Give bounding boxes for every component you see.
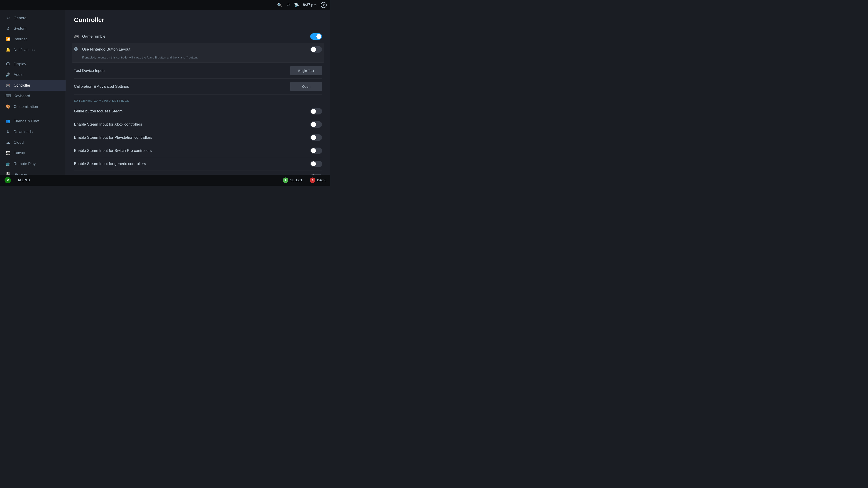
sidebar-item-notifications[interactable]: 🔔 Notifications — [0, 44, 66, 55]
game-rumble-icon: 🎮 — [74, 34, 82, 39]
game-rumble-toggle-knob — [316, 34, 321, 39]
sidebar: ⚙ General 🖥 System 📶 Internet 🔔 Notifica… — [0, 10, 66, 186]
select-button-icon[interactable]: A — [283, 177, 288, 183]
setting-row-calibration: Calibration & Advanced Settings Open — [74, 79, 322, 95]
sidebar-label-system: System — [13, 26, 27, 31]
sidebar-item-display[interactable]: 🖵 Display — [0, 59, 66, 69]
ps-input-toggle-knob — [311, 135, 316, 140]
ps-input-toggle[interactable] — [310, 134, 322, 141]
xbox-input-toggle[interactable] — [310, 121, 322, 128]
nintendo-icon: 🅐 — [74, 47, 82, 52]
sidebar-label-family: Family — [13, 151, 25, 156]
search-icon[interactable]: 🔍 — [277, 2, 282, 7]
sidebar-label-notifications: Notifications — [13, 47, 35, 52]
setting-row-generic-input: Enable Steam Input for generic controlle… — [74, 157, 322, 170]
sidebar-divider-1 — [5, 57, 60, 57]
friends-icon: 👥 — [5, 119, 10, 124]
sidebar-item-audio[interactable]: 🔊 Audio — [0, 69, 66, 80]
sidebar-item-friends[interactable]: 👥 Friends & Chat — [0, 116, 66, 127]
notifications-icon: 🔔 — [5, 47, 10, 52]
sidebar-item-downloads[interactable]: ⬇ Downloads — [0, 127, 66, 137]
controller-icon: 🎮 — [5, 83, 10, 88]
topbar-time: 8:37 pm — [303, 3, 317, 7]
sidebar-item-cloud[interactable]: ☁ Cloud — [0, 137, 66, 148]
family-icon: 👨‍👩‍👧 — [5, 151, 10, 156]
sidebar-label-controller: Controller — [13, 83, 30, 88]
bottombar: ✕ MENU A SELECT B BACK — [0, 175, 330, 186]
setting-row-switch-input: Enable Steam Input for Switch Pro contro… — [74, 144, 322, 157]
sidebar-label-display: Display — [13, 62, 26, 66]
open-calibration-button[interactable]: Open — [290, 82, 322, 91]
sidebar-item-keyboard[interactable]: ⌨ Keyboard — [0, 91, 66, 101]
setting-row-nintendo-layout: 🅐 Use Nintendo Button Layout If enabled,… — [72, 43, 324, 63]
nintendo-layout-label: Use Nintendo Button Layout — [82, 47, 310, 52]
sidebar-item-customization[interactable]: 🎨 Customization — [0, 101, 66, 112]
internet-icon: 📶 — [5, 37, 10, 41]
remoteplay-icon: 📺 — [5, 161, 10, 166]
downloads-icon: ⬇ — [5, 129, 10, 134]
xbox-logo-icon: ✕ — [4, 177, 11, 183]
game-rumble-toggle[interactable] — [310, 33, 322, 40]
guide-button-label: Guide button focuses Steam — [74, 109, 310, 113]
setting-row-xbox-input: Enable Steam Input for Xbox controllers — [74, 118, 322, 131]
guide-button-toggle[interactable] — [310, 108, 322, 115]
switch-input-toggle-knob — [311, 148, 316, 153]
ps-input-label: Enable Steam Input for Playstation contr… — [74, 135, 310, 140]
back-button-icon[interactable]: B — [310, 177, 315, 183]
app-layout: ⚙ General 🖥 System 📶 Internet 🔔 Notifica… — [0, 10, 330, 186]
generic-input-label: Enable Steam Input for generic controlle… — [74, 162, 310, 166]
keyboard-icon: ⌨ — [5, 94, 10, 98]
broadcast-icon[interactable]: 📡 — [294, 2, 299, 7]
begin-test-button[interactable]: Begin Test — [290, 66, 322, 75]
general-icon: ⚙ — [5, 15, 10, 21]
sidebar-label-general: General — [13, 16, 27, 21]
nintendo-layout-row: 🅐 Use Nintendo Button Layout — [72, 43, 324, 56]
help-button[interactable]: ? — [321, 2, 327, 8]
generic-input-toggle[interactable] — [310, 161, 322, 167]
setting-row-guide-button: Guide button focuses Steam — [74, 105, 322, 118]
sidebar-label-remoteplay: Remote Play — [13, 162, 36, 166]
setting-row-ps-input: Enable Steam Input for Playstation contr… — [74, 131, 322, 144]
bottombar-menu-label: MENU — [18, 178, 31, 182]
switch-input-toggle[interactable] — [310, 148, 322, 154]
nintendo-layout-toggle[interactable] — [310, 46, 322, 53]
sidebar-item-general[interactable]: ⚙ General — [0, 13, 66, 23]
sidebar-label-keyboard: Keyboard — [13, 94, 30, 98]
customization-icon: 🎨 — [5, 104, 10, 109]
sidebar-label-internet: Internet — [13, 37, 27, 41]
sidebar-item-system[interactable]: 🖥 System — [0, 23, 66, 34]
sidebar-item-internet[interactable]: 📶 Internet — [0, 34, 66, 44]
nintendo-layout-toggle-knob — [311, 47, 316, 52]
generic-input-toggle-knob — [311, 161, 316, 166]
sidebar-item-controller[interactable]: 🎮 Controller — [0, 80, 66, 91]
setting-row-test-device: Test Device Inputs Begin Test — [74, 63, 322, 79]
bottombar-action-back: B BACK — [310, 177, 326, 183]
xbox-input-label: Enable Steam Input for Xbox controllers — [74, 122, 310, 127]
test-device-label: Test Device Inputs — [74, 68, 290, 73]
calibration-label: Calibration & Advanced Settings — [74, 84, 290, 89]
main-content: Controller 🎮 Game rumble 🅐 Use Nintendo … — [66, 10, 330, 186]
guide-button-toggle-knob — [311, 109, 316, 114]
setting-row-game-rumble: 🎮 Game rumble — [74, 30, 322, 43]
display-icon: 🖵 — [5, 62, 10, 66]
nintendo-layout-description: If enabled, layouts on this controller w… — [72, 56, 324, 63]
game-rumble-label: Game rumble — [82, 34, 310, 39]
bottombar-action-select: A SELECT — [283, 177, 302, 183]
back-label: BACK — [317, 178, 326, 182]
xbox-input-toggle-knob — [311, 122, 316, 127]
sidebar-item-family[interactable]: 👨‍👩‍👧 Family — [0, 148, 66, 158]
sidebar-item-remoteplay[interactable]: 📺 Remote Play — [0, 158, 66, 169]
topbar: 🔍 ⚙ 📡 8:37 pm ? — [0, 0, 330, 10]
sidebar-label-customization: Customization — [13, 104, 38, 109]
sidebar-label-audio: Audio — [13, 72, 23, 77]
settings-icon[interactable]: ⚙ — [286, 2, 290, 7]
sidebar-label-downloads: Downloads — [13, 130, 33, 134]
switch-input-label: Enable Steam Input for Switch Pro contro… — [74, 149, 310, 153]
sidebar-label-cloud: Cloud — [13, 140, 24, 145]
sidebar-divider-2 — [5, 114, 60, 114]
page-title: Controller — [74, 16, 322, 24]
external-gamepad-header: EXTERNAL GAMEPAD SETTINGS — [74, 95, 322, 105]
select-label: SELECT — [290, 178, 302, 182]
cloud-icon: ☁ — [5, 140, 10, 145]
system-icon: 🖥 — [5, 26, 10, 31]
